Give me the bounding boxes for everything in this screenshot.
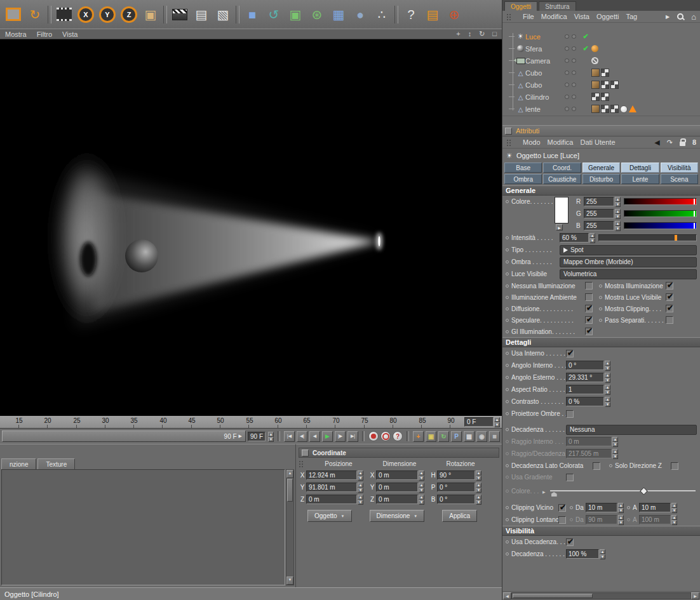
panel-icon[interactable] (505, 128, 512, 135)
anim-dot[interactable] (506, 412, 509, 415)
anim-dot[interactable] (599, 319, 602, 322)
rotation-p-spinner[interactable] (476, 483, 481, 492)
tab-base[interactable]: Base (504, 163, 542, 173)
color-swatch[interactable] (555, 197, 569, 223)
nessuna-illuminazione-checkbox[interactable] (585, 282, 593, 290)
shadow-dropdown[interactable]: Mappe Ombre (Morbide) (560, 257, 697, 267)
viewport-3d[interactable] (0, 39, 502, 416)
angolo-interno-field[interactable]: 0 ° (566, 361, 604, 370)
visibility-dots[interactable] (565, 95, 580, 99)
gi-illumination-checkbox[interactable] (585, 328, 593, 335)
grip-icon[interactable] (299, 460, 304, 467)
slider-handle[interactable] (675, 235, 677, 241)
tab-struttura[interactable]: Struttura (539, 1, 575, 11)
color-b-spinner[interactable] (615, 221, 621, 230)
enabled-check[interactable] (580, 44, 591, 53)
anim-dot[interactable] (506, 464, 509, 467)
dimension-y-spinner[interactable] (419, 483, 424, 492)
dimension-y-field[interactable]: 0 m (376, 483, 418, 492)
clipping-vicino-a-field[interactable]: 10 m (639, 503, 671, 512)
color-expand-button[interactable] (556, 224, 563, 230)
anim-dot[interactable] (570, 506, 573, 509)
aspect-ratio-field[interactable]: 1 (566, 385, 604, 394)
section-generale[interactable]: Generale (502, 185, 700, 196)
object-row-luce[interactable]: Luce (502, 30, 700, 43)
anim-dot[interactable] (627, 506, 630, 509)
display-tag[interactable] (629, 105, 636, 112)
menu-file[interactable]: File (523, 13, 534, 20)
visibility-dots[interactable] (565, 83, 580, 87)
back-arrow-icon[interactable]: ◀ (654, 138, 659, 147)
dimension-z-spinner[interactable] (419, 495, 424, 504)
rotate-icon[interactable]: ↻ (479, 30, 485, 38)
record-parameter-toggle[interactable]: P (451, 431, 462, 442)
menu-dati-utente[interactable]: Dati Utente (581, 138, 616, 146)
play-button[interactable]: ▶ (322, 431, 333, 442)
color-r-field[interactable]: 255 (584, 197, 614, 206)
tab-disturbo[interactable]: Disturbo (582, 174, 620, 184)
section-visibilita[interactable]: Visibilità (502, 526, 700, 536)
phong-tag[interactable] (620, 105, 628, 113)
clipping-vicino-da-field[interactable]: 10 m (586, 503, 617, 512)
visibility-dots[interactable] (565, 58, 580, 63)
scrollbar-thumb[interactable] (513, 594, 593, 598)
snap-toggle[interactable]: ◉ (476, 431, 487, 442)
anim-dot[interactable] (506, 330, 509, 333)
anim-dot[interactable] (599, 284, 602, 288)
mostra-luce-visibile-checkbox[interactable] (666, 293, 673, 301)
illuminazione-ambiente-checkbox[interactable] (585, 293, 593, 301)
object-row-sfera[interactable]: Sfera (502, 43, 700, 55)
color-r-gradient[interactable] (624, 198, 697, 205)
mostra-illuminazione-checkbox[interactable] (666, 282, 673, 290)
frame-field[interactable]: 90 F (248, 432, 266, 441)
color-g-spinner[interactable] (615, 209, 621, 218)
position-x-spinner[interactable] (358, 470, 363, 480)
object-row-camera[interactable]: Camera (502, 55, 700, 67)
color-b-field[interactable]: 255 (584, 221, 614, 230)
usa-interno-checkbox[interactable] (566, 350, 574, 357)
menu-modifica[interactable]: Modifica (541, 13, 567, 20)
intensity-slider[interactable] (598, 234, 697, 241)
menu-mostra[interactable]: Mostra (5, 30, 27, 38)
texture-tag[interactable] (591, 93, 600, 101)
lock-y-button[interactable]: Y (97, 3, 118, 26)
anim-dot[interactable] (506, 364, 509, 367)
tab-generale[interactable]: Generale (582, 163, 620, 173)
usa-decadenza-checkbox[interactable] (566, 538, 574, 546)
next-key-button[interactable]: |▶ (335, 431, 346, 442)
contrasto-field[interactable]: 0 % (566, 397, 604, 406)
material-panel-content[interactable] (1, 469, 285, 585)
anim-dot[interactable] (506, 272, 509, 276)
render-picture-button[interactable]: ▤ (191, 3, 212, 26)
add-deformer-button[interactable]: ⊛ (306, 3, 328, 26)
goto-start-button[interactable]: |◀ (284, 431, 295, 442)
anim-dot[interactable] (609, 464, 612, 467)
visibility-dots[interactable] (565, 34, 580, 39)
dimensione-dropdown[interactable]: Dimensione (370, 510, 425, 522)
material-tag[interactable] (591, 69, 600, 77)
tab-visibilita[interactable]: Visibilità (661, 163, 698, 173)
proiettore-ombre-checkbox[interactable] (566, 410, 574, 418)
dimension-z-field[interactable]: 0 m (376, 495, 418, 504)
visibility-dots[interactable] (565, 107, 580, 111)
usa-gradiente-checkbox[interactable] (566, 474, 574, 481)
tab-coord[interactable]: Coord. (543, 163, 581, 173)
anim-dot[interactable] (506, 248, 509, 251)
texture-tag[interactable] (601, 81, 609, 89)
menu-filtro[interactable]: Filtro (37, 30, 52, 38)
anim-dot[interactable] (506, 518, 509, 521)
record-rotation-toggle[interactable]: ↻ (438, 431, 449, 442)
material-panel-scrollbar[interactable]: ▲ ▼ (286, 469, 294, 585)
color-r-spinner[interactable] (615, 197, 621, 206)
solo-direzione-z-checkbox[interactable] (671, 462, 678, 470)
add-particles-button[interactable]: ∴ (371, 3, 393, 26)
dimension-x-spinner[interactable] (419, 470, 424, 480)
record-scale-toggle[interactable]: ▣ (426, 431, 436, 442)
angolo-interno-spinner[interactable] (605, 361, 610, 370)
grip-icon[interactable] (506, 139, 512, 146)
rotation-h-spinner[interactable] (476, 470, 481, 480)
object-row-cubo-1[interactable]: Cubo (502, 67, 700, 79)
key-options-button[interactable]: ? (393, 431, 403, 441)
autokey-button[interactable] (380, 431, 391, 441)
rotation-b-field[interactable]: 0 ° (437, 495, 475, 504)
